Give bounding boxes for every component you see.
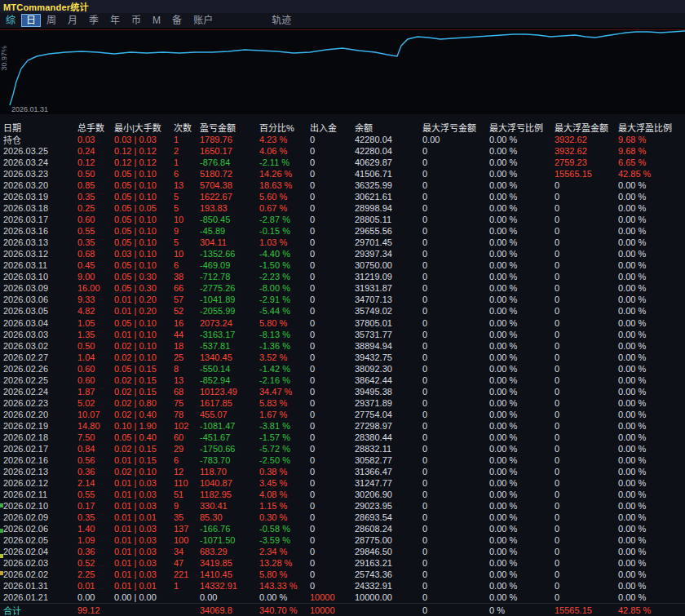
cell-maxprofit: 0 — [555, 535, 618, 545]
menu-item-账户[interactable]: 账户 — [188, 14, 219, 27]
column-header[interactable]: 最小|大手数 — [114, 121, 174, 134]
table-row[interactable]: 2026.02.241.870.02 | 0.156810123.4934.47… — [0, 386, 685, 397]
menu-item-月[interactable]: 月 — [62, 14, 83, 27]
total-cell-cash: 10000 — [310, 605, 355, 615]
cell-minmax: 0.02 | 0.15 — [114, 375, 174, 385]
column-header[interactable]: 盈亏金额 — [200, 121, 259, 134]
table-row[interactable]: 2026.03.0916.000.05 | 0.3066-2775.26-8.0… — [0, 282, 685, 294]
menu-item-周[interactable]: 周 — [41, 14, 62, 27]
cell-minmax: 0.05 | 0.10 — [114, 237, 174, 247]
table-row[interactable]: 2026.02.051.090.01 | 0.03100-1071.50-3.5… — [0, 534, 685, 546]
column-header[interactable]: 最大浮亏金额 — [422, 121, 489, 134]
column-header[interactable]: 最大浮盈比例 — [618, 121, 685, 134]
table-row[interactable]: 2026.02.271.040.02 | 0.10251340.453.52 %… — [0, 352, 685, 363]
table-row[interactable]: 2026.03.120.680.03 | 0.1010-1352.66-4.40… — [0, 248, 685, 259]
column-header[interactable]: 百分比% — [259, 121, 310, 134]
table-row[interactable]: 2026.02.100.170.01 | 0.039330.411.15 %02… — [0, 500, 685, 512]
menu-item-日[interactable]: 日 — [21, 14, 41, 27]
table-row[interactable]: 2026.03.200.850.05 | 0.10135704.3818.63 … — [0, 179, 685, 191]
cell-maxprofitpct: 0.00 % — [618, 180, 685, 190]
cell-pnl: 1650.17 — [200, 146, 259, 156]
table-row[interactable]: 2026.02.061.400.01 | 0.03137-166.76-0.58… — [0, 523, 685, 534]
table-row[interactable]: 2026.02.122.140.01 | 0.031101040.873.45 … — [0, 477, 685, 489]
cell-maxloss: 0 — [422, 444, 489, 454]
column-header[interactable]: 次数 — [174, 121, 200, 134]
menu-item-trajectory[interactable]: 轨迹 — [266, 14, 297, 27]
table-row[interactable]: 2026.02.170.840.02 | 0.1529-1750.66-5.72… — [0, 443, 685, 454]
column-header[interactable]: 日期 — [3, 121, 77, 134]
cell-date: 2026.02.02 — [3, 569, 77, 579]
cell-maxlosspct: 0.00 % — [489, 364, 555, 374]
cell-maxloss: 0 — [422, 490, 489, 499]
table-row[interactable]: 2026.02.187.500.05 | 0.4060-451.67-1.57 … — [0, 432, 685, 443]
table-row[interactable]: 2026.03.069.330.01 | 0.2057-1041.89-2.91… — [0, 294, 685, 305]
cell-balance: 29163.21 — [355, 558, 422, 568]
menu-item-币[interactable]: 币 — [126, 14, 147, 27]
cell-maxloss: 0 — [422, 398, 489, 408]
cell-pct: 1.15 % — [259, 501, 310, 511]
cell-pct: -2.91 % — [259, 295, 310, 304]
menu-item-备[interactable]: 备 — [166, 14, 188, 27]
cell-times: 6 — [174, 455, 200, 465]
table-row[interactable]: 2026.02.110.550.01 | 0.03511182.954.08 %… — [0, 489, 685, 500]
cell-date: 2026.02.05 — [3, 535, 77, 545]
table-row[interactable]: 2026.03.180.250.05 | 0.055193.830.67 %02… — [0, 202, 685, 214]
table-row[interactable]: 2026.02.2010.070.02 | 0.4078455.071.67 %… — [0, 409, 685, 420]
table-row[interactable]: 2026.03.230.500.05 | 0.1065180.7214.26 %… — [0, 168, 685, 179]
table-row[interactable]: 2026.02.260.600.05 | 0.158-550.14-1.42 %… — [0, 363, 685, 374]
table-row[interactable]: 2026.03.250.240.12 | 0.1221650.174.06 %0… — [0, 145, 685, 157]
table-row[interactable]: 2026.02.030.520.01 | 0.03473419.8513.28 … — [0, 557, 685, 569]
table-row[interactable]: 2026.02.250.600.02 | 0.1513-852.94-2.16 … — [0, 374, 685, 386]
table-row[interactable]: 2026.02.130.360.02 | 0.1012118.700.38 %0… — [0, 466, 685, 477]
table-row[interactable]: 2026.03.110.450.05 | 0.106-469.09-1.50 %… — [0, 259, 685, 271]
column-header[interactable]: 最大浮亏比例 — [489, 121, 555, 134]
table-row[interactable]: 2026.03.170.600.05 | 0.1010-850.45-2.87 … — [0, 214, 685, 225]
cell-balance: 28805.11 — [355, 215, 422, 224]
table-row[interactable]: 2026.01.310.010.01 | 0.01114332.91143.33… — [0, 580, 685, 592]
column-header[interactable]: 最大浮盈金额 — [555, 121, 618, 134]
table-row[interactable]: 2026.02.160.560.01 | 0.156-783.70-2.50 %… — [0, 454, 685, 466]
table-row[interactable]: 2026.02.022.250.01 | 0.032211410.455.80 … — [0, 569, 685, 580]
cell-times: 60 — [174, 432, 200, 442]
cell-times: 38 — [174, 272, 200, 281]
cell-times: 5 — [174, 192, 200, 202]
cell-date: 2026.02.20 — [3, 410, 77, 419]
table-row[interactable]: 2026.03.160.550.05 | 0.109-45.89-0.15 %0… — [0, 225, 685, 237]
menu-item-年[interactable]: 年 — [104, 14, 126, 27]
cell-pct: -0.15 % — [259, 226, 310, 236]
column-header[interactable]: 出入金 — [310, 121, 355, 134]
cell-date: 2026.02.23 — [3, 398, 77, 408]
table-row[interactable]: 2026.03.031.350.01 | 0.1044-3163.17-8.13… — [0, 329, 685, 340]
table-row[interactable]: 2026.03.054.820.01 | 0.2052-2055.99-5.44… — [0, 305, 685, 317]
column-header[interactable]: 总手数 — [77, 121, 114, 134]
cell-pct: 3.45 % — [259, 478, 310, 488]
table-row[interactable]: 2026.03.020.500.02 | 0.1018-537.81-1.36 … — [0, 340, 685, 352]
table-row[interactable]: 2026.03.130.350.05 | 0.105304.111.03 %02… — [0, 237, 685, 248]
table-row[interactable]: 2026.01.210.000.00 | 0.000.000.00 %10000… — [0, 592, 685, 603]
menu-item-季[interactable]: 季 — [83, 14, 104, 27]
table-row[interactable]: 2026.03.041.050.05 | 0.10162073.245.80 %… — [0, 317, 685, 329]
table-row[interactable]: 2026.03.109.000.05 | 0.3038-712.78-2.23 … — [0, 271, 685, 282]
equity-chart[interactable]: 30.97% 2026.01.31 — [0, 28, 685, 114]
cell-maxloss: 0 — [422, 364, 489, 374]
table-row[interactable]: 2026.02.1914.800.10 | 1.90102-1081.47-3.… — [0, 420, 685, 432]
table-row[interactable]: 2026.02.090.350.01 | 0.013585.300.30 %02… — [0, 512, 685, 523]
cell-cash: 0 — [310, 237, 355, 247]
table-row[interactable]: 2026.03.240.120.12 | 0.121-876.84-2.11 %… — [0, 157, 685, 168]
cell-pnl: -469.09 — [200, 260, 259, 270]
cell-date: 2026.03.06 — [3, 295, 77, 304]
cell-lots: 16.00 — [77, 283, 114, 293]
menu-item-M[interactable]: M — [147, 14, 166, 27]
cell-maxlosspct: 0.00 % — [489, 512, 555, 522]
cell-cash: 0 — [310, 341, 355, 351]
cell-cash: 0 — [310, 260, 355, 270]
table-row[interactable]: 持仓0.030.03 | 0.0311789.764.23 %042280.04… — [0, 134, 685, 145]
column-header[interactable]: 余额 — [355, 121, 422, 134]
table-row[interactable]: 2026.03.190.350.05 | 0.1051622.675.60 %0… — [0, 191, 685, 202]
table-row[interactable]: 2026.02.040.360.01 | 0.0334683.292.34 %0… — [0, 546, 685, 557]
total-cell-maxlosspct: 0 % — [489, 605, 555, 615]
table-row[interactable]: 2026.02.235.020.02 | 0.80751617.855.83 %… — [0, 397, 685, 409]
cell-lots: 0.85 — [77, 180, 114, 190]
menu-item-综[interactable]: 综 — [0, 14, 21, 27]
cell-pct: 143.33 % — [259, 581, 310, 591]
